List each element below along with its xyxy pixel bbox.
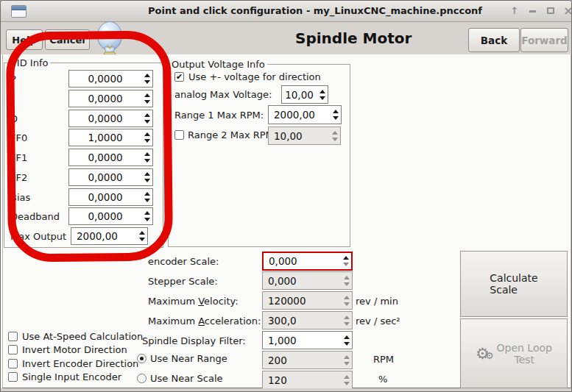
spinner-arrows[interactable]	[141, 189, 152, 205]
minimize-button[interactable]	[525, 4, 540, 18]
spindle-display-filter-value[interactable]: 1,000	[263, 335, 341, 346]
spin-up-icon[interactable]	[144, 172, 150, 176]
pid-ff2-value[interactable]: 0,0000	[69, 171, 141, 183]
spindle-display-filter-spinbox[interactable]: 1,000	[262, 331, 353, 349]
spin-down-icon[interactable]	[344, 342, 350, 346]
help-button[interactable]: Help	[6, 29, 43, 50]
pid-d-spinbox[interactable]: 0,0000	[68, 110, 153, 127]
pid-ff0-spinbox[interactable]: 1,0000	[68, 129, 153, 146]
spinner-arrows[interactable]	[317, 86, 328, 103]
spin-down-icon[interactable]	[144, 218, 150, 221]
use-near-scale-radio[interactable]	[137, 374, 146, 383]
maximize-icon	[547, 7, 554, 14]
pid-d-label: D	[10, 113, 18, 124]
spin-up-icon[interactable]	[144, 93, 150, 97]
spinner-arrows[interactable]	[141, 90, 152, 107]
spin-up-icon	[344, 355, 350, 359]
pid-p-value[interactable]: 0,0000	[69, 73, 141, 85]
spinner-arrows[interactable]	[341, 332, 352, 349]
maximize-button[interactable]	[543, 4, 558, 18]
spin-up-icon[interactable]	[344, 335, 350, 339]
stepper-scale-label: Stepper Scale:	[148, 276, 218, 287]
spinner-arrows[interactable]	[340, 253, 351, 269]
range2-max-rpm-checkbox[interactable]	[174, 130, 184, 140]
use-pm-voltage-checkbox[interactable]: ✔	[174, 72, 184, 82]
stepper-scale-spinbox: 0,000	[262, 271, 353, 290]
invert-motor-direction-label: Invert Motor Direction	[22, 344, 127, 355]
pid-i-spinbox[interactable]: 0,0000	[68, 90, 153, 107]
spin-up-icon[interactable]	[144, 152, 150, 156]
spin-up-icon[interactable]	[343, 256, 349, 260]
range2-max-rpm-label: Range 2 Max RPM	[188, 129, 274, 140]
maximum-velocity-label-mnemonic: V	[198, 296, 204, 307]
pid-p-spinbox[interactable]: 0,0000	[68, 70, 153, 88]
spin-up-icon[interactable]	[144, 113, 150, 117]
spin-up-icon[interactable]	[139, 231, 145, 235]
spinner-arrows[interactable]	[136, 228, 147, 244]
maximum-acceleration-spinbox: 300,0	[262, 311, 353, 329]
close-button[interactable]: ×	[561, 4, 572, 18]
pid-ff1-label: FF1	[10, 152, 27, 163]
encoder-scale-label: encoder Scale:	[148, 256, 219, 267]
encoder-scale-spinbox[interactable]: 0,000	[262, 252, 353, 271]
pid-deadband-label: Deadband	[10, 211, 60, 222]
single-input-encoder-checkbox[interactable]	[8, 372, 18, 382]
spin-down-icon[interactable]	[144, 120, 150, 124]
back-button[interactable]: Back	[468, 28, 520, 52]
pid-bias-spinbox[interactable]: 0,0000	[68, 188, 153, 206]
invert-encoder-direction-checkbox[interactable]	[8, 359, 18, 368]
spin-down-icon[interactable]	[333, 116, 339, 120]
spin-down-icon[interactable]	[144, 100, 150, 104]
range1-max-rpm-label: Range 1 Max RPM:	[174, 110, 264, 121]
pid-ff1-value[interactable]: 0,0000	[69, 152, 141, 163]
range1-max-rpm-value[interactable]: 2000,00	[269, 109, 330, 121]
spin-up-icon[interactable]	[144, 211, 150, 215]
pid-max-output-spinbox[interactable]: 2000,00	[71, 227, 148, 245]
pid-i-value[interactable]: 0,0000	[69, 93, 141, 104]
spinner-arrows[interactable]	[141, 149, 152, 165]
spinner-arrows[interactable]	[141, 129, 152, 146]
pid-d-value[interactable]: 0,0000	[69, 113, 141, 124]
pid-ff0-value[interactable]: 1,0000	[69, 132, 141, 143]
range1-max-rpm-spinbox[interactable]: 2000,00	[268, 105, 342, 124]
spinner-arrows	[341, 272, 352, 289]
pid-bias-value[interactable]: 0,0000	[69, 191, 141, 203]
pid-max-output-value[interactable]: 2000,00	[71, 230, 136, 242]
pid-deadband-spinbox[interactable]: 0,0000	[68, 207, 153, 225]
window-menu-icon[interactable]	[11, 5, 27, 18]
pid-deadband-value[interactable]: 0,0000	[69, 210, 141, 222]
pid-ff1-spinbox[interactable]: 0,0000	[68, 149, 153, 166]
spin-down-icon[interactable]	[144, 199, 150, 202]
encoder-scale-value[interactable]: 0,000	[264, 255, 340, 267]
calculate-scale-button[interactable]: Calculate Scale	[460, 251, 568, 317]
spinner-arrows[interactable]	[141, 169, 152, 185]
spin-down-icon[interactable]	[144, 80, 150, 84]
maximum-acceleration-label: Maximum Acceleration:	[148, 316, 261, 327]
spin-down-icon[interactable]	[144, 179, 150, 182]
spinner-arrows	[329, 127, 340, 144]
spin-down-icon[interactable]	[139, 238, 145, 241]
spin-down-icon[interactable]	[144, 139, 150, 143]
invert-motor-direction-checkbox[interactable]	[8, 345, 18, 354]
spinner-arrows[interactable]	[141, 71, 152, 87]
spin-up-icon[interactable]	[144, 74, 150, 77]
spin-down-icon[interactable]	[319, 96, 325, 100]
shade-button[interactable]: ↑	[507, 4, 522, 18]
forward-button[interactable]: Forward	[520, 28, 568, 52]
spin-down-icon[interactable]	[144, 159, 150, 163]
spin-down-icon[interactable]	[343, 263, 349, 266]
analog-max-voltage-spinbox[interactable]: 10,00	[281, 85, 328, 104]
pid-ff0-label: FF0	[10, 132, 27, 143]
open-loop-test-button[interactable]: ⚙⚙ Open Loop Test	[460, 318, 568, 388]
use-at-speed-checkbox[interactable]	[8, 332, 18, 341]
spin-up-icon[interactable]	[319, 90, 325, 93]
spin-up-icon[interactable]	[144, 132, 150, 136]
spinner-arrows[interactable]	[330, 106, 341, 124]
spin-up-icon[interactable]	[144, 192, 150, 196]
spinner-arrows[interactable]	[141, 208, 152, 224]
pid-ff2-spinbox[interactable]: 0,0000	[68, 168, 153, 186]
analog-max-voltage-value[interactable]: 10,00	[282, 89, 317, 101]
spin-up-icon[interactable]	[333, 110, 339, 113]
spinner-arrows[interactable]	[141, 110, 152, 126]
cancel-button[interactable]: Cancel	[45, 29, 90, 50]
